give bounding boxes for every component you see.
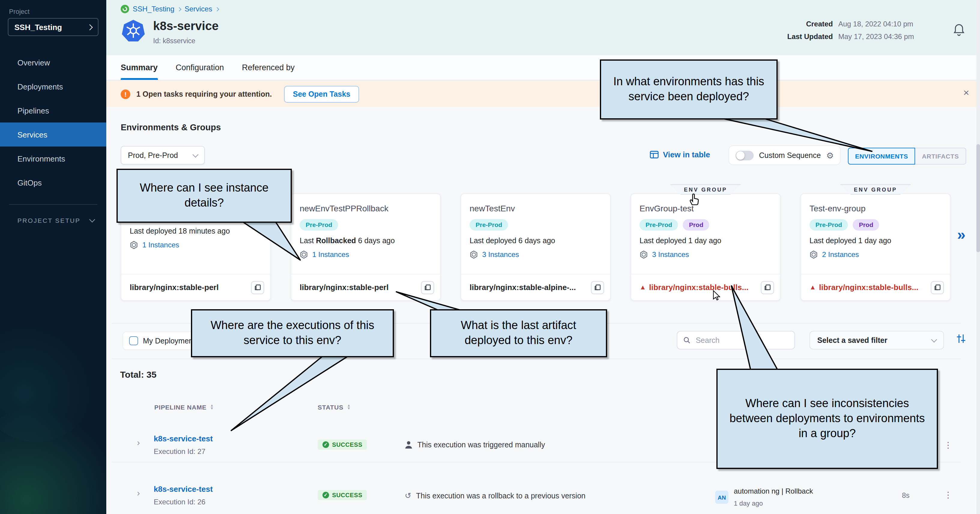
- copy-icon[interactable]: [591, 281, 604, 294]
- artifact-name-error: ▲library/nginx:stable-bulls...: [640, 283, 749, 292]
- chevron-down-icon: [931, 336, 937, 342]
- avatar: AN: [715, 490, 729, 504]
- breadcrumb-project-link[interactable]: SSH_Testing: [133, 5, 175, 13]
- environments-toggle-button[interactable]: ENVIRONMENTS: [848, 148, 915, 164]
- row-expander-icon[interactable]: ›: [137, 488, 140, 498]
- sidebar-item-deployments[interactable]: Deployments: [0, 75, 106, 99]
- warning-icon: !: [121, 89, 130, 99]
- tab-referenced-by[interactable]: Referenced by: [242, 55, 295, 80]
- my-deployments-checkbox[interactable]: [129, 336, 138, 345]
- error-triangle-icon: ▲: [810, 284, 816, 291]
- see-open-tasks-button[interactable]: See Open Tasks: [284, 86, 359, 102]
- instances-link[interactable]: 3 Instances: [469, 250, 602, 259]
- column-header-status[interactable]: STATUS ▲▼: [318, 404, 351, 411]
- env-type-chip: Pre-Prod: [300, 219, 338, 231]
- env-card-name: Test-env-group: [810, 204, 942, 213]
- last-deployed-text: Last Rollbacked 6 days ago: [300, 237, 432, 245]
- view-in-table-button[interactable]: View in table: [650, 150, 710, 159]
- env-card-4[interactable]: ENV GROUP EnvGroup-test Pre-Prod Prod La…: [630, 193, 781, 301]
- project-label: Project: [9, 8, 106, 15]
- total-count: Total: 35: [120, 369, 156, 379]
- tab-configuration[interactable]: Configuration: [176, 55, 224, 80]
- custom-sequence-control: Custom Sequence ⚙: [729, 145, 841, 165]
- sidebar-item-services[interactable]: Services: [0, 123, 106, 146]
- custom-sequence-toggle[interactable]: [736, 150, 754, 160]
- gear-icon[interactable]: ⚙: [826, 150, 834, 160]
- callout-last-artifact: What is the last artifact deployed to th…: [430, 309, 607, 357]
- env-type-chip: Pre-Prod: [810, 219, 848, 231]
- artifact-name: library/nginx:stable-perl: [300, 283, 388, 292]
- copy-icon[interactable]: [421, 281, 434, 294]
- copy-icon[interactable]: [931, 281, 944, 294]
- instances-link[interactable]: 1 Instances: [300, 250, 432, 259]
- search-icon: [683, 336, 690, 344]
- callout-environments-deployed: In what environments has this service be…: [600, 59, 778, 119]
- copy-icon[interactable]: [761, 281, 774, 294]
- artifact-row: ▲library/nginx:stable-bulls...: [631, 274, 780, 300]
- breadcrumb-separator-icon: [177, 7, 181, 11]
- project-selector[interactable]: SSH_Testing: [8, 18, 99, 36]
- scrollbar[interactable]: [977, 0, 980, 514]
- env-type-chip: Pre-Prod: [469, 219, 508, 231]
- last-deployed-text: Last deployed 1 day ago: [640, 237, 772, 245]
- env-card-name: newTestEnv: [469, 204, 602, 213]
- notifications-bell-icon[interactable]: [953, 23, 965, 36]
- pipeline-link[interactable]: k8s-service-test: [154, 485, 213, 493]
- trigger-info: ↺ This execution was a rollback to a pre…: [405, 491, 585, 500]
- scroll-right-chevrons[interactable]: »: [957, 226, 966, 243]
- filter-sliders-icon[interactable]: [956, 334, 966, 344]
- env-type-chip: Prod: [683, 219, 710, 231]
- env-card-5[interactable]: ENV GROUP Test-env-group Pre-Prod Prod L…: [800, 193, 951, 301]
- row-menu-icon[interactable]: ⋮: [944, 490, 952, 500]
- column-header-pipeline-name[interactable]: PIPELINE NAME ▲▼: [154, 404, 214, 411]
- sidebar-item-environments[interactable]: Environments: [0, 146, 106, 170]
- row-expander-icon[interactable]: ›: [137, 437, 140, 447]
- sort-icon: ▲▼: [210, 404, 214, 411]
- artifact-name: library/nginx:stable-alpine-...: [469, 283, 576, 292]
- check-icon: ✓: [323, 441, 329, 448]
- search-box: [677, 331, 795, 350]
- search-input[interactable]: [694, 335, 788, 345]
- instances-link[interactable]: 3 Instances: [640, 250, 772, 259]
- instances-link[interactable]: 2 Instances: [810, 250, 942, 259]
- updated-value: May 17, 2023 04:36 pm: [838, 32, 914, 41]
- callout-executions: Where are the executions of this service…: [191, 309, 394, 357]
- env-card-3[interactable]: newTestEnv Pre-Prod Last deployed 6 days…: [461, 193, 611, 301]
- pipeline-link[interactable]: k8s-service-test: [154, 434, 213, 443]
- app-root: Project SSH_Testing Overview Deployments…: [0, 0, 980, 514]
- open-tasks-banner: ! 1 Open tasks requiring your attention.…: [106, 81, 980, 107]
- project-icon: [121, 5, 129, 13]
- copy-icon[interactable]: [251, 281, 264, 294]
- env-card-2[interactable]: newEnvTestPPRollback Pre-Prod Last Rollb…: [291, 193, 441, 301]
- status-badge: ✓ SUCCESS: [318, 439, 367, 450]
- env-type-chip: Prod: [853, 219, 880, 231]
- close-icon[interactable]: ×: [963, 87, 969, 99]
- rollback-icon: ↺: [405, 491, 411, 500]
- env-group-badge: ENV GROUP: [840, 185, 911, 194]
- chevron-down-icon: [89, 216, 95, 223]
- artifacts-toggle-button[interactable]: ARTIFACTS: [915, 148, 966, 164]
- section-heading: Environments & Groups: [121, 123, 221, 132]
- custom-sequence-label: Custom Sequence: [759, 151, 821, 159]
- sidebar-project-setup[interactable]: PROJECT SETUP: [0, 217, 106, 224]
- instances-hexagon-icon: [469, 250, 478, 259]
- row-menu-icon[interactable]: ⋮: [944, 440, 952, 450]
- check-icon: ✓: [323, 492, 329, 498]
- env-type-filter-select[interactable]: Prod, Pre-Prod: [121, 146, 205, 164]
- sidebar-item-overview[interactable]: Overview: [0, 51, 106, 75]
- saved-filter-select[interactable]: Select a saved filter: [810, 331, 944, 350]
- instances-hexagon-icon: [130, 241, 138, 249]
- env-group-badge: ENV GROUP: [670, 185, 741, 194]
- created-label: Created: [778, 20, 833, 28]
- sidebar-item-pipelines[interactable]: Pipelines: [0, 99, 106, 123]
- error-triangle-icon: ▲: [640, 284, 646, 291]
- breadcrumb: SSH_Testing Services: [121, 5, 219, 13]
- instances-link[interactable]: 1 Instances: [130, 241, 262, 249]
- sidebar-item-gitops[interactable]: GitOps: [0, 170, 106, 194]
- instances-hexagon-icon: [640, 250, 648, 259]
- env-card-name: EnvGroup-test: [640, 204, 772, 213]
- breadcrumb-services-link[interactable]: Services: [185, 5, 212, 13]
- instances-hexagon-icon: [810, 250, 818, 259]
- last-deployed-text: Last deployed 6 days ago: [469, 237, 602, 245]
- tab-summary[interactable]: Summary: [121, 55, 158, 80]
